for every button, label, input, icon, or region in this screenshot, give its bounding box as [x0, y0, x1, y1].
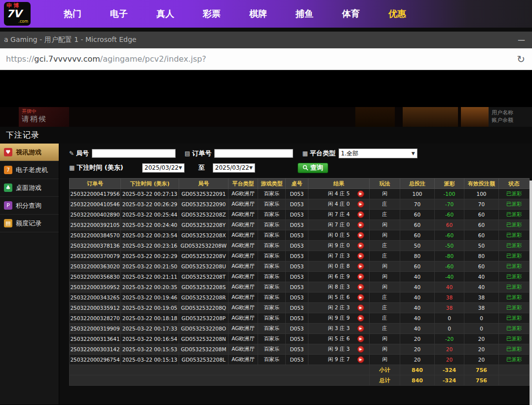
game-status-large: 请稍候 [22, 114, 66, 124]
time-cell: 2025-03-22 00:25:44 [121, 210, 179, 220]
sidebar-item[interactable]: P积分查询 [0, 197, 59, 215]
platform-select[interactable]: 1.全部 ▼ [339, 148, 418, 158]
table-no-cell: D053 [286, 324, 308, 334]
filter-bar: ✎ 局号 ▤ 订单号 ▦ 平台类型 1.全部 ▼ ▦ 下注时间 (美东) [69, 147, 532, 174]
platform-cell: AG欧洲厅 [228, 189, 258, 199]
time-cell: 2025-03-22 00:22:29 [121, 251, 179, 261]
replay-button[interactable]: ▶ [357, 273, 364, 280]
valid-bet-cell: 20 [464, 334, 499, 344]
time-cell: 2025-03-22 00:17:33 [121, 324, 179, 334]
table-row: 2503220003568302025-03-22 00:21:11GD0532… [70, 272, 530, 282]
replay-button[interactable]: ▶ [357, 325, 364, 332]
platform-cell: AG欧洲厅 [228, 251, 258, 261]
banner-image [403, 107, 458, 127]
table-row: 2503220003509522025-03-22 00:20:35GD0532… [70, 282, 530, 293]
order-cell: 250322000328270 [70, 313, 121, 324]
to-label: 至 [198, 163, 205, 172]
status-cell: 已派彩 [499, 303, 530, 313]
replay-button[interactable]: ▶ [357, 315, 364, 322]
replay-button[interactable]: ▶ [357, 253, 364, 259]
order-cell: 250322000378136 [70, 241, 121, 251]
valid-bet-cell: 38 [464, 303, 499, 313]
replay-button[interactable]: ▶ [357, 190, 364, 197]
replay-button[interactable]: ▶ [357, 346, 364, 353]
result-cell: 闲 9 庄 9▶ [308, 313, 370, 324]
game-cell: 百家乐 [258, 355, 286, 365]
replay-button[interactable]: ▶ [357, 263, 364, 270]
page-title: 下注记录 [0, 127, 532, 144]
game-cell: 百家乐 [258, 189, 286, 199]
result-cell: 闲 9 庄 7▶ [308, 355, 370, 365]
content-area: ✎ 局号 ▤ 订单号 ▦ 平台类型 1.全部 ▼ ▦ 下注时间 (美东) [59, 144, 532, 405]
banner-image [461, 107, 489, 127]
logo-text-com: .com [6, 19, 28, 24]
date-from-select[interactable]: 2025/03/22 ▼ [142, 163, 185, 173]
replay-button[interactable]: ▶ [357, 211, 364, 218]
nav-item[interactable]: 电子 [96, 8, 142, 20]
replay-button[interactable]: ▶ [357, 356, 364, 363]
subtotal-label: 小计 [370, 365, 400, 375]
bet-records-table: 订单号下注时间 (美东)局号平台类型游戏类型桌号结果玩法总投注派彩有效投注额状态… [69, 178, 530, 386]
replay-button[interactable]: ▶ [357, 232, 364, 239]
round-input[interactable] [92, 149, 176, 158]
sidebar-item[interactable]: ♥视讯游戏 [0, 144, 59, 161]
address-bar[interactable]: https://gci.7vvvvvv.com/agingame/pcv2/in… [6, 54, 206, 64]
total-bet-cell: 100 [400, 189, 435, 199]
replay-button[interactable]: ▶ [357, 335, 364, 342]
play-cell: 庄 [370, 210, 400, 220]
platform-cell: AG欧洲厅 [228, 334, 258, 344]
result-cell: 闲 9 庄 3▶ [308, 344, 370, 355]
replay-button[interactable]: ▶ [357, 284, 364, 291]
total-bet-cell: 20 [400, 355, 435, 365]
result-cell: 闲 0 庄 8▶ [308, 261, 370, 272]
nav-item[interactable]: 棋牌 [235, 8, 281, 20]
minimize-button[interactable]: — [518, 36, 525, 44]
date-to-select[interactable]: 2025/03/22 ▼ [213, 163, 255, 173]
game-cell: 百家乐 [258, 261, 286, 272]
result-text: 闲 9 庄 3 [328, 346, 349, 352]
nav-item[interactable]: 彩票 [189, 8, 235, 20]
nav-item[interactable]: 真人 [142, 8, 189, 20]
nav-item[interactable]: 体育 [328, 8, 374, 20]
round-cell: GD0532532208Y [179, 220, 228, 230]
play-cell: 闲 [370, 261, 400, 272]
search-button[interactable]: 查询 [298, 163, 328, 173]
refresh-icon[interactable]: ↻ [517, 53, 525, 65]
time-cell: 2025-03-22 00:16:54 [121, 334, 179, 344]
replay-button[interactable]: ▶ [357, 221, 364, 228]
nav-item[interactable]: 优惠 [374, 8, 420, 20]
result-text: 闲 8 庄 3 [328, 284, 349, 290]
replay-button[interactable]: ▶ [357, 201, 364, 208]
vertical-scrollbar[interactable] [530, 181, 532, 405]
sidebar-item-label: 桌面游戏 [16, 184, 41, 192]
status-cell: 已派彩 [499, 220, 530, 230]
site-logo[interactable]: 申博 7V .com [4, 2, 31, 26]
total-bet-cell: 40 [400, 293, 435, 303]
time-cell: 2025-03-22 00:15:53 [121, 344, 179, 355]
replay-button[interactable]: ▶ [357, 304, 364, 311]
sidebar-item[interactable]: 7电子老虎机 [0, 161, 59, 179]
search-icon [303, 165, 308, 171]
valid-bet-cell: 0 [464, 313, 499, 324]
valid-bet-cell: 80 [464, 251, 499, 261]
replay-button[interactable]: ▶ [357, 242, 364, 249]
nav-item[interactable]: 捕鱼 [281, 8, 328, 20]
replay-button[interactable]: ▶ [357, 294, 364, 301]
window-gap [0, 28, 532, 32]
result-text: 闲 7 庄 3 [328, 253, 349, 258]
time-cell: 2025-03-22 00:20:35 [121, 282, 179, 293]
platform-cell: AG欧洲厅 [228, 303, 258, 313]
sidebar-item[interactable]: ♣桌面游戏 [0, 179, 59, 197]
time-cell: 2025-03-22 00:19:05 [121, 303, 179, 313]
nav-item[interactable]: 热门 [49, 8, 96, 20]
play-cell: 庄 [370, 324, 400, 334]
sidebar-item[interactable]: ▤额度记录 [0, 215, 59, 232]
order-input[interactable] [214, 149, 293, 158]
order-cell: 250322000296754 [70, 355, 121, 365]
empty-cell [70, 365, 370, 375]
table-no-cell: D053 [286, 261, 308, 272]
table-row: 2503220003845702025-03-22 00:23:54GD0532… [70, 230, 530, 241]
order-cell: 250322000370079 [70, 251, 121, 261]
table-row: 2503220004179562025-03-22 00:27:13GD0532… [70, 189, 530, 199]
total-bet-cell: 80 [400, 251, 435, 261]
